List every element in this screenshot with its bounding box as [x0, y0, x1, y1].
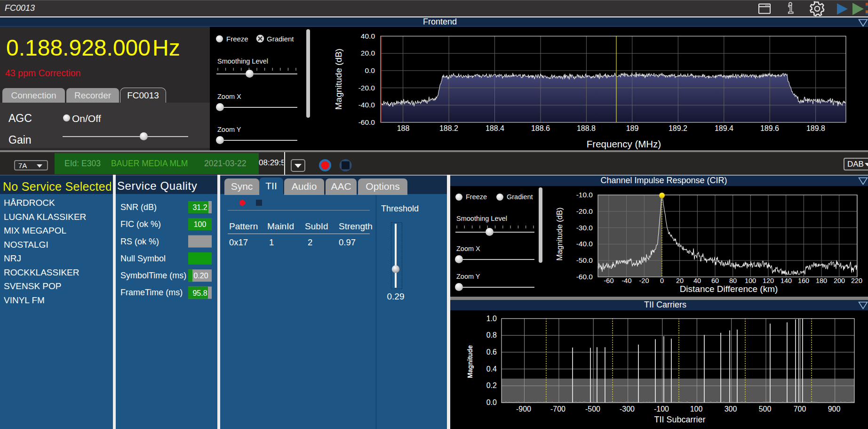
svg-text:220: 220: [851, 277, 862, 284]
svg-text:0: 0: [660, 277, 664, 284]
svg-text:0.8: 0.8: [486, 331, 497, 339]
svg-text:200: 200: [834, 277, 845, 284]
svg-text:-10.0: -10.0: [576, 191, 593, 199]
svg-text:Magnitude: Magnitude: [466, 345, 474, 378]
svg-text:-500: -500: [585, 405, 600, 413]
svg-text:-100: -100: [654, 405, 669, 413]
svg-text:-700: -700: [550, 405, 565, 413]
svg-text:60: 60: [711, 277, 719, 284]
svg-text:120: 120: [763, 277, 774, 284]
svg-text:160: 160: [798, 277, 809, 284]
svg-text:40: 40: [693, 277, 701, 284]
svg-text:-900: -900: [516, 405, 531, 413]
svg-text:700: 700: [794, 405, 806, 413]
svg-text:-50.0: -50.0: [576, 256, 593, 264]
svg-text:-20: -20: [639, 277, 649, 284]
svg-text:-300: -300: [620, 405, 635, 413]
svg-text:140: 140: [780, 277, 792, 284]
svg-text:-60.0: -60.0: [576, 273, 593, 281]
svg-text:Magnitude (dB): Magnitude (dB): [555, 208, 564, 261]
svg-text:300: 300: [725, 405, 737, 413]
svg-text:-60: -60: [604, 277, 614, 284]
svg-text:100: 100: [690, 405, 703, 413]
svg-text:80: 80: [729, 277, 737, 284]
svg-text:0.0: 0.0: [486, 398, 497, 406]
svg-text:100: 100: [745, 277, 756, 284]
svg-text:500: 500: [759, 405, 772, 413]
svg-text:0.4: 0.4: [486, 365, 497, 373]
svg-text:0.2: 0.2: [486, 381, 497, 389]
svg-text:900: 900: [828, 405, 841, 413]
svg-text:1.0: 1.0: [486, 315, 497, 323]
svg-text:-20.0: -20.0: [576, 207, 593, 215]
svg-text:Distance Difference (km): Distance Difference (km): [680, 284, 778, 294]
svg-text:TII Subcarrier: TII Subcarrier: [654, 415, 705, 424]
svg-text:-40.0: -40.0: [576, 240, 593, 248]
svg-text:-40: -40: [622, 277, 632, 284]
svg-text:-30.0: -30.0: [576, 224, 593, 232]
svg-text:20: 20: [676, 277, 684, 284]
svg-text:180: 180: [816, 277, 827, 284]
svg-text:0.6: 0.6: [486, 348, 497, 356]
